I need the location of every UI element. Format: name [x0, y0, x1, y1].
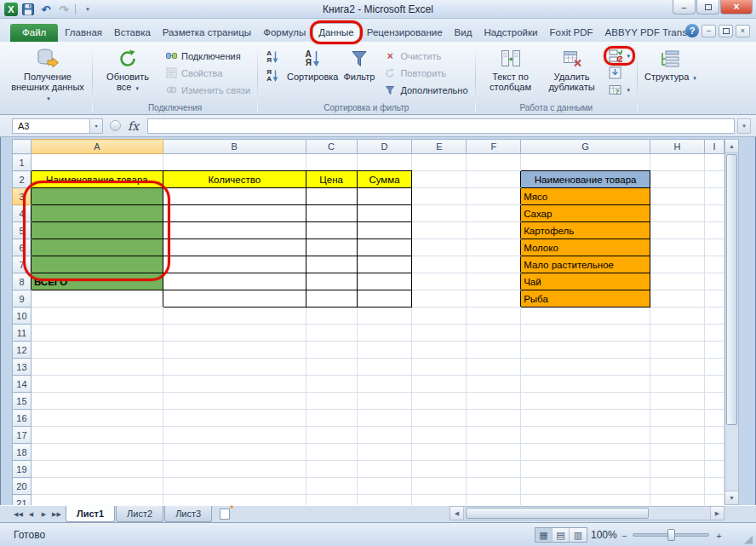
cell-D16[interactable]: [357, 410, 412, 427]
connections-button[interactable]: Подключения: [162, 49, 253, 63]
cell-D5[interactable]: [357, 222, 412, 239]
row-header-13[interactable]: 13: [13, 359, 32, 376]
cell-B17[interactable]: [163, 427, 306, 444]
cell-E4[interactable]: [412, 205, 467, 222]
data-validation-button[interactable]: ▾: [606, 49, 633, 63]
cell-H15[interactable]: [650, 393, 705, 410]
cell-A20[interactable]: [31, 478, 163, 495]
page-break-view-button[interactable]: ▥: [570, 528, 587, 542]
cell-A14[interactable]: [31, 376, 163, 393]
filter-button[interactable]: Фильтр: [341, 45, 377, 83]
column-header-A[interactable]: A: [31, 140, 163, 154]
cell-F7[interactable]: [467, 256, 521, 273]
sheet-tab-лист3[interactable]: Лист3: [164, 506, 212, 522]
cell-E19[interactable]: [412, 461, 467, 478]
restore-workbook-button[interactable]: [719, 25, 733, 37]
cell-A12[interactable]: [31, 342, 163, 359]
cell-I14[interactable]: [704, 376, 724, 393]
cell-B16[interactable]: [163, 410, 306, 427]
tab-review[interactable]: Рецензирование: [362, 24, 448, 42]
cell-B15[interactable]: [163, 393, 306, 410]
cell-G21[interactable]: [521, 495, 650, 506]
cell-B10[interactable]: [163, 307, 306, 325]
cell-D20[interactable]: [357, 478, 412, 495]
cell-H17[interactable]: [650, 427, 705, 444]
cell-A19[interactable]: [31, 461, 163, 478]
cell-F1[interactable]: [467, 154, 521, 171]
outline-button[interactable]: Структура ▾: [642, 45, 699, 85]
cell-H14[interactable]: [650, 376, 705, 393]
refresh-all-button[interactable]: Обновить все ▾: [97, 45, 158, 95]
row-header-2[interactable]: 2: [13, 171, 32, 188]
sort-ascending-button[interactable]: АЯ: [262, 49, 283, 66]
row-header-1[interactable]: 1: [13, 154, 32, 171]
first-sheet-button[interactable]: ◀◀: [12, 506, 25, 522]
cell-C15[interactable]: [306, 393, 357, 410]
cell-B6[interactable]: [163, 239, 306, 256]
cell-G10[interactable]: [521, 307, 650, 325]
cell-H3[interactable]: [650, 188, 705, 205]
cell-A7[interactable]: [31, 256, 163, 273]
cell-D10[interactable]: [357, 307, 412, 325]
column-header-D[interactable]: D: [357, 140, 412, 154]
cell-C6[interactable]: [306, 239, 357, 256]
cell-C21[interactable]: [306, 495, 357, 506]
cell-C3[interactable]: [306, 188, 357, 205]
row-header-15[interactable]: 15: [13, 393, 32, 410]
cell-I12[interactable]: [704, 342, 724, 359]
cell-F20[interactable]: [467, 478, 521, 495]
cell-G5[interactable]: Картофель: [521, 222, 650, 239]
tab-data[interactable]: Данные: [312, 23, 360, 42]
cell-H1[interactable]: [650, 154, 705, 171]
prev-sheet-button[interactable]: ◀: [25, 506, 37, 522]
column-header-I[interactable]: I: [704, 140, 724, 154]
cell-G17[interactable]: [521, 427, 650, 444]
cell-D1[interactable]: [357, 154, 412, 171]
column-header-B[interactable]: B: [163, 140, 306, 154]
cell-I3[interactable]: [704, 188, 724, 205]
cell-H8[interactable]: [650, 273, 705, 290]
cell-H18[interactable]: [650, 444, 705, 461]
cell-F2[interactable]: [467, 171, 521, 188]
restore-window-button[interactable]: [696, 0, 719, 14]
what-if-analysis-button[interactable]: ? ▾: [606, 83, 633, 97]
edit-links-button[interactable]: Изменить связи: [162, 83, 253, 97]
cell-I17[interactable]: [704, 427, 724, 444]
cell-B3[interactable]: [163, 188, 306, 205]
tab-foxit-pdf[interactable]: Foxit PDF: [544, 24, 598, 42]
cell-I6[interactable]: [704, 239, 724, 256]
tab-page-layout[interactable]: Разметка страницы: [158, 24, 256, 42]
cell-C18[interactable]: [306, 444, 357, 461]
cell-C10[interactable]: [306, 307, 357, 325]
cell-I9[interactable]: [704, 290, 724, 307]
close-window-button[interactable]: ×: [720, 0, 753, 14]
name-box-dropdown[interactable]: ▾: [90, 118, 103, 134]
cell-G11[interactable]: [521, 325, 650, 342]
cell-H6[interactable]: [650, 239, 705, 256]
cell-H12[interactable]: [650, 342, 705, 359]
cell-F14[interactable]: [467, 376, 521, 393]
cell-G14[interactable]: [521, 376, 650, 393]
text-to-columns-button[interactable]: Текст по столбцам: [480, 45, 541, 94]
cell-A9[interactable]: [31, 290, 163, 307]
cell-C14[interactable]: [306, 376, 357, 393]
cell-B19[interactable]: [163, 461, 306, 478]
cell-I10[interactable]: [704, 307, 724, 325]
name-box[interactable]: A3: [12, 118, 90, 134]
formula-input[interactable]: [147, 118, 735, 134]
cell-D4[interactable]: [357, 205, 412, 222]
tab-file[interactable]: Файл: [10, 24, 58, 42]
cell-F9[interactable]: [467, 290, 521, 307]
cell-E20[interactable]: [412, 478, 467, 495]
column-header-C[interactable]: C: [306, 140, 357, 154]
row-header-16[interactable]: 16: [13, 410, 32, 427]
cell-C7[interactable]: [306, 256, 357, 273]
zoom-slider-thumb[interactable]: [667, 529, 675, 541]
cell-B1[interactable]: [163, 154, 306, 171]
cell-D15[interactable]: [357, 393, 412, 410]
tab-formulas[interactable]: Формулы: [258, 24, 311, 42]
minimize-workbook-button[interactable]: –: [702, 25, 716, 37]
cell-B7[interactable]: [163, 256, 306, 273]
row-header-21[interactable]: 21: [13, 495, 32, 506]
cell-F16[interactable]: [467, 410, 521, 427]
